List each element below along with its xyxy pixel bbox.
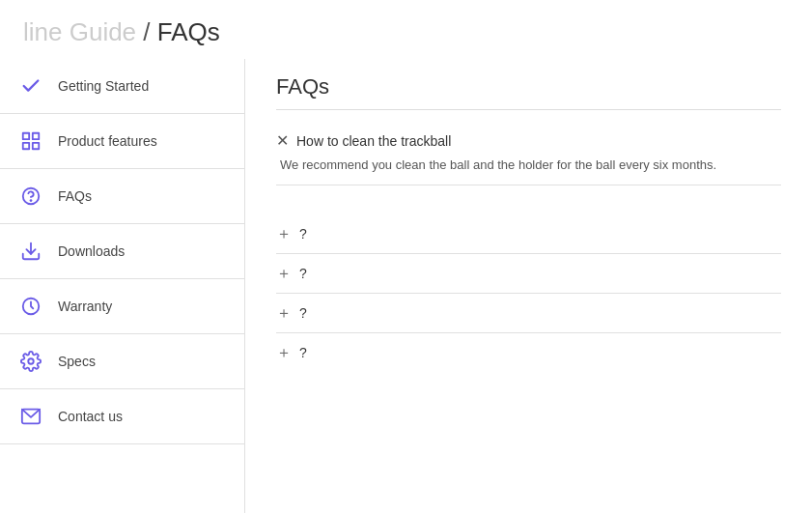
- faq-collapsed-label: ?: [299, 305, 307, 321]
- svg-rect-3: [33, 143, 39, 149]
- faq-answer: We recommend you clean the ball and the …: [276, 156, 781, 175]
- faq-collapsed-label: ?: [299, 226, 307, 242]
- main-content: FAQs ✕ How to clean the trackball We rec…: [245, 59, 812, 513]
- faq-collapsed-item-4[interactable]: ＋ ?: [276, 333, 781, 372]
- sidebar-item-label: Specs: [58, 354, 96, 369]
- sidebar-item-product-features[interactable]: Product features: [0, 114, 244, 169]
- faq-collapsed-item-3[interactable]: ＋ ?: [276, 294, 781, 333]
- sidebar-item-warranty[interactable]: Warranty: [0, 279, 244, 334]
- faq-expanded-item: ✕ How to clean the trackball We recommen…: [276, 122, 781, 185]
- header: line Guide / FAQs: [0, 0, 812, 59]
- check-icon: [19, 74, 42, 98]
- gear-icon: [19, 350, 42, 373]
- warranty-icon: [19, 295, 42, 318]
- sidebar-item-contact-us[interactable]: Contact us: [0, 389, 244, 444]
- svg-rect-0: [23, 133, 29, 139]
- plus-icon: ＋: [276, 305, 292, 321]
- sidebar-item-downloads[interactable]: Downloads: [0, 224, 244, 279]
- faq-question[interactable]: ✕ How to clean the trackball: [276, 131, 781, 150]
- faq-collapsed-label: ?: [299, 345, 307, 360]
- sidebar-item-label: Getting Started: [58, 78, 149, 94]
- faq-collapsed-item-2[interactable]: ＋ ?: [276, 254, 781, 294]
- sidebar-item-label: FAQs: [58, 188, 92, 204]
- cross-icon: ✕: [276, 131, 289, 150]
- plus-icon: ＋: [276, 345, 292, 360]
- sidebar-item-label: Contact us: [58, 409, 123, 424]
- plus-icon: ＋: [276, 266, 292, 281]
- grid-icon: [19, 129, 42, 153]
- sidebar: Getting Started Product features: [0, 59, 245, 513]
- download-icon: [19, 240, 42, 263]
- faq-collapsed-label: ?: [299, 266, 307, 281]
- sidebar-item-label: Product features: [58, 133, 157, 149]
- svg-rect-2: [23, 143, 29, 149]
- faq-question-text: How to clean the trackball: [296, 133, 451, 149]
- sidebar-item-specs[interactable]: Specs: [0, 334, 244, 389]
- header-separator: /: [136, 17, 157, 46]
- sidebar-item-faqs[interactable]: FAQs: [0, 169, 244, 224]
- header-current: FAQs: [157, 17, 220, 46]
- sidebar-item-getting-started[interactable]: Getting Started: [0, 59, 244, 114]
- mail-icon: [19, 405, 42, 428]
- svg-rect-1: [33, 133, 39, 139]
- plus-icon: ＋: [276, 226, 292, 242]
- sidebar-item-label: Downloads: [58, 243, 125, 259]
- sidebar-item-label: Warranty: [58, 299, 112, 314]
- faq-collapsed-item-1[interactable]: ＋ ?: [276, 214, 781, 254]
- svg-point-8: [28, 358, 34, 364]
- question-icon: [19, 185, 42, 208]
- page-title: FAQs: [276, 74, 781, 110]
- header-prefix: line Guide: [23, 17, 136, 46]
